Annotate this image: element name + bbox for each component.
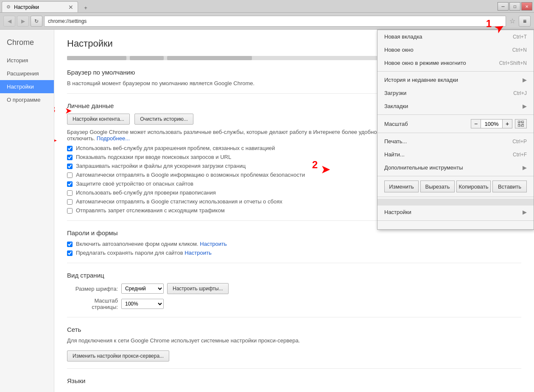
menu-item-tools-label: Дополнительные инструменты <box>384 164 463 171</box>
menu-item-downloads[interactable]: Загрузки Ctrl+J <box>377 86 534 100</box>
arrow-3-icon: ➤ <box>65 106 72 116</box>
menu-separator-1 <box>377 71 534 72</box>
checkbox-1[interactable] <box>67 155 73 160</box>
autofill-label: Включить автозаполнение форм одним клико… <box>76 241 227 247</box>
tab-title: Настройки <box>14 4 39 10</box>
scroll-bar-3 <box>167 56 252 60</box>
history-submenu-arrow: ▶ <box>523 77 527 83</box>
menu-item-help-label: Настройки <box>384 209 411 215</box>
chrome-dropdown-menu: Новая вкладка Ctrl+T Новое окно Ctrl+N Н… <box>377 30 534 230</box>
back-button[interactable]: ◀ <box>3 16 15 27</box>
menu-separator-3 <box>377 133 534 133</box>
edit-buttons-row: Изменить Вырезать Копировать Вставить <box>377 178 534 195</box>
edit-button-copy[interactable]: Копировать <box>456 181 491 192</box>
menu-item-help[interactable]: Настройки ▶ <box>377 206 534 219</box>
title-bar: ⚙ Настройки ✕ + ─ □ ✕ <box>0 0 534 13</box>
menu-item-new-tab[interactable]: Новая вкладка Ctrl+T <box>377 30 534 43</box>
zoom-select[interactable]: 100% <box>121 299 164 309</box>
menu-item-bookmarks[interactable]: Закладки ▶ <box>377 100 534 113</box>
checkbox-0[interactable] <box>67 146 73 151</box>
checkbox-7[interactable] <box>67 208 73 214</box>
zoom-plus-button[interactable]: + <box>502 119 512 128</box>
menu-item-tools[interactable]: Дополнительные инструменты ▶ <box>377 161 534 174</box>
sidebar-item-settings[interactable]: Настройки <box>0 80 54 93</box>
network-text: Для подключения к сети Google Chrome исп… <box>67 337 521 344</box>
divider-5 <box>67 368 521 369</box>
menu-item-history[interactable]: История и недавние вкладки ▶ <box>377 73 534 86</box>
address-bar[interactable]: chrome://settings <box>44 16 506 27</box>
more-info-link[interactable]: Подробнее... <box>97 135 130 142</box>
svg-rect-2 <box>518 125 520 127</box>
content-settings-button[interactable]: Настройки контента... <box>67 114 130 125</box>
checkbox-3[interactable] <box>67 172 73 178</box>
menu-item-new-window[interactable]: Новое окно Ctrl+N <box>377 43 534 56</box>
menu-item-find[interactable]: Найти... Ctrl+F <box>377 148 534 161</box>
svg-rect-3 <box>522 125 524 127</box>
maximize-button[interactable]: □ <box>509 2 520 11</box>
menu-item-print-shortcut: Ctrl+P <box>512 139 527 145</box>
active-tab[interactable]: ⚙ Настройки ✕ <box>2 1 78 12</box>
menu-item-incognito-shortcut: Ctrl+Shift+N <box>499 60 527 66</box>
sidebar-item-about[interactable]: О программе <box>0 93 54 106</box>
sidebar-item-history[interactable]: История <box>0 54 54 67</box>
save-passwords-checkbox[interactable] <box>67 250 73 256</box>
menu-item-incognito[interactable]: Новое окно в режиме инкогнито Ctrl+Shift… <box>377 56 534 70</box>
save-passwords-link[interactable]: Настроить <box>185 250 212 256</box>
checkbox-label-6: Автоматически отправлять в Google статис… <box>76 198 282 205</box>
edit-button-change[interactable]: Изменить <box>384 181 419 192</box>
minimize-button[interactable]: ─ <box>498 2 509 11</box>
clear-history-button[interactable]: Очистить историю... <box>134 114 193 125</box>
divider-3 <box>67 263 521 263</box>
arrow-4-icon: ➤ <box>54 135 57 145</box>
languages-title: Языки <box>67 377 521 384</box>
forward-button[interactable]: ▶ <box>17 16 29 27</box>
svg-rect-0 <box>518 121 520 123</box>
tools-submenu-arrow: ▶ <box>523 164 527 171</box>
configure-fonts-button[interactable]: Настроить шрифты... <box>167 283 229 294</box>
menu-item-incognito-label: Новое окно в режиме инкогнито <box>384 60 466 66</box>
menu-item-settings[interactable] <box>377 199 534 206</box>
autofill-checkbox[interactable] <box>67 242 73 247</box>
close-button[interactable]: ✕ <box>521 2 532 11</box>
sidebar-brand: Chrome <box>0 34 54 54</box>
edit-button-cut[interactable]: Вырезать <box>420 181 455 192</box>
font-size-select[interactable]: Средний <box>121 284 164 294</box>
autofill-settings-link[interactable]: Настроить <box>200 241 227 247</box>
menu-item-history-label: История и недавние вкладки <box>384 77 458 83</box>
scroll-bar-2 <box>130 56 164 60</box>
sidebar: Chrome История Расширения Настройки О пр… <box>0 30 54 392</box>
svg-rect-1 <box>522 121 524 123</box>
checkbox-5[interactable] <box>67 190 73 196</box>
save-passwords-checkbox-row: Предлагать сохранять пароли для сайтов Н… <box>67 250 521 256</box>
checkbox-4[interactable] <box>67 181 73 187</box>
chrome-menu-button[interactable]: ≡ <box>519 16 531 27</box>
menu-separator-4 <box>377 176 534 176</box>
tab-close-button[interactable]: ✕ <box>68 4 73 10</box>
menu-item-downloads-label: Загрузки <box>384 90 406 96</box>
menu-item-new-tab-shortcut: Ctrl+T <box>513 34 527 40</box>
edit-button-paste[interactable]: Вставить <box>492 181 527 192</box>
help-submenu-arrow: ▶ <box>523 209 527 215</box>
menu-item-exit[interactable] <box>377 222 534 229</box>
new-tab-button[interactable]: + <box>80 3 92 12</box>
divider-4 <box>67 317 521 317</box>
passwords-title: Пароли и формы <box>67 229 521 236</box>
menu-item-new-window-shortcut: Ctrl+N <box>512 47 527 53</box>
menu-item-print[interactable]: Печать... Ctrl+P <box>377 135 534 148</box>
reload-button[interactable]: ↻ <box>31 16 42 27</box>
menu-item-new-tab-label: Новая вкладка <box>384 33 422 40</box>
proxy-settings-button[interactable]: Изменить настройки прокси-сервера... <box>67 350 169 361</box>
bookmark-star-icon[interactable]: ☆ <box>508 17 517 26</box>
save-passwords-label: Предлагать сохранять пароли для сайтов Н… <box>76 250 212 256</box>
zoom-minus-button[interactable]: − <box>471 119 481 128</box>
checkbox-2[interactable] <box>67 164 73 169</box>
checkbox-label-2: Запрашивать настройки и файлы для ускоре… <box>76 163 246 169</box>
sidebar-item-extensions[interactable]: Расширения <box>0 67 54 80</box>
menu-item-downloads-shortcut: Ctrl+J <box>513 90 527 96</box>
zoom-label: Масштаб <box>384 121 471 127</box>
zoom-fullscreen-button[interactable] <box>515 119 527 128</box>
zoom-label-settings: Масштаб страницы: <box>67 297 118 310</box>
menu-item-new-window-label: Новое окно <box>384 47 414 53</box>
window-controls: ─ □ ✕ <box>498 2 532 12</box>
checkbox-6[interactable] <box>67 199 73 205</box>
